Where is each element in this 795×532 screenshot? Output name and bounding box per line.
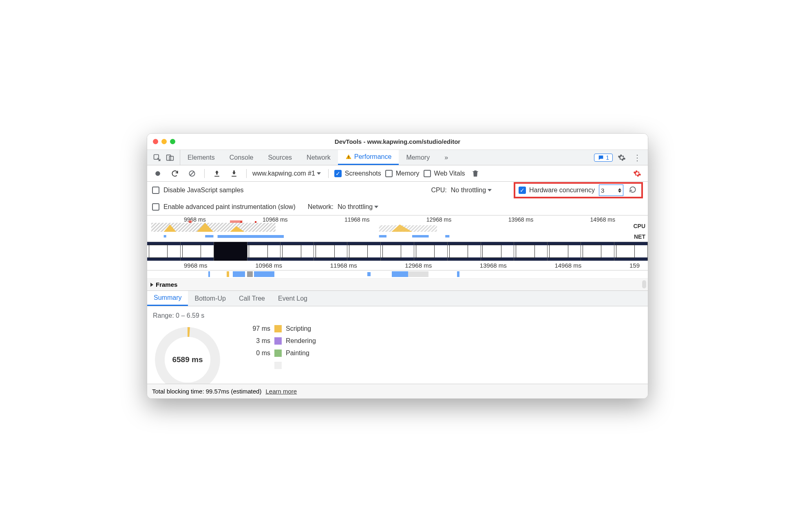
details-tabs: Summary Bottom-Up Call Tree Event Log [147, 291, 648, 306]
btab-event-log[interactable]: Event Log [272, 291, 314, 306]
btab-summary[interactable]: Summary [147, 291, 188, 306]
btab-call-tree[interactable]: Call Tree [232, 291, 272, 306]
load-profile-icon[interactable] [210, 167, 223, 180]
enable-paint-instr-checkbox[interactable]: Enable advanced paint instrumentation (s… [152, 203, 296, 211]
filmstrip[interactable] [147, 242, 648, 261]
tab-overflow[interactable]: » [437, 150, 455, 165]
filmstrip-frame[interactable] [280, 242, 314, 261]
svg-rect-16 [205, 235, 213, 237]
memory-checkbox[interactable]: Memory [385, 170, 420, 177]
divider [246, 169, 247, 178]
page-select-dropdown[interactable]: www.kapwing.com #1 [252, 170, 322, 177]
filmstrip-frame[interactable] [548, 242, 581, 261]
learn-more-link[interactable]: Learn more [265, 388, 297, 395]
hardware-concurrency-input[interactable]: 3 [599, 185, 623, 196]
hardware-concurrency-checkbox[interactable]: ✓ Hardware concurrency [519, 187, 595, 194]
filmstrip-frame[interactable] [247, 242, 281, 261]
maximize-window-button[interactable] [170, 139, 175, 144]
filmstrip-frame[interactable] [214, 242, 247, 261]
tick: 10968 ms [255, 262, 282, 269]
checkbox-icon [385, 170, 393, 177]
filmstrip-frame[interactable] [381, 242, 414, 261]
settings-icon[interactable] [615, 151, 628, 164]
performance-toolbar: www.kapwing.com #1 ✓ Screenshots Memory … [147, 165, 648, 182]
cpu-throttling-value: No throttling [451, 187, 486, 194]
filmstrip-frame[interactable] [181, 242, 214, 261]
settings-row-2: Enable advanced paint instrumentation (s… [147, 199, 648, 215]
tick: 11968 ms [330, 262, 357, 269]
chat-icon [598, 154, 604, 161]
minimize-window-button[interactable] [161, 139, 167, 144]
cpu-throttling-dropdown[interactable]: No throttling [451, 187, 493, 194]
legend-swatch-painting [274, 350, 282, 357]
svg-rect-2 [169, 156, 173, 160]
expand-triangle-icon [150, 283, 153, 287]
record-button-icon[interactable] [151, 167, 164, 180]
save-profile-icon[interactable] [227, 167, 241, 180]
feedback-badge[interactable]: 1 [594, 154, 613, 162]
summary-panel: Range: 0 – 6.59 s 6589 ms 97 ms Scriptin… [147, 306, 648, 384]
filmstrip-frame[interactable] [448, 242, 481, 261]
filmstrip-frame[interactable] [147, 242, 181, 261]
filmstrip-frame[interactable] [347, 242, 381, 261]
tab-console[interactable]: Console [222, 150, 261, 165]
cpu-label: CPU: [431, 187, 447, 194]
legend-swatch-rendering [274, 337, 282, 345]
reset-concurrency-icon[interactable] [627, 184, 638, 197]
legend-time: 97 ms [247, 325, 270, 332]
capture-settings-icon[interactable] [631, 167, 644, 180]
tab-sources[interactable]: Sources [261, 150, 299, 165]
tab-label: Call Tree [239, 295, 265, 302]
svg-rect-15 [164, 235, 166, 237]
tick: 14968 ms [554, 262, 581, 269]
legend-swatch-scripting [274, 325, 282, 332]
timeline-overview[interactable]: 9968 ms 10968 ms 11968 ms 12968 ms 13968… [147, 215, 648, 242]
clear-icon[interactable] [186, 167, 199, 180]
device-toolbar-icon[interactable] [163, 151, 177, 164]
checkbox-icon [152, 203, 159, 211]
filmstrip-frame[interactable] [414, 242, 448, 261]
screenshots-checkbox[interactable]: ✓ Screenshots [334, 170, 381, 177]
overflow-icon: » [444, 154, 448, 161]
svg-rect-11 [190, 221, 191, 223]
inspect-element-icon[interactable] [150, 151, 163, 164]
svg-rect-18 [379, 235, 386, 237]
filmstrip-frame[interactable] [614, 242, 648, 261]
svg-rect-14 [255, 221, 256, 223]
legend-label: Rendering [286, 337, 316, 345]
more-menu-icon[interactable]: ⋮ [631, 151, 644, 164]
frames-section-header[interactable]: Frames [147, 279, 648, 291]
overview-chart [147, 220, 627, 241]
stepper-icon[interactable] [618, 188, 621, 193]
checkbox-label: Screenshots [345, 170, 381, 177]
filmstrip-frame[interactable] [481, 242, 515, 261]
warning-triangle-icon [345, 154, 352, 160]
delete-icon[interactable] [469, 167, 482, 180]
window-title: DevTools - www.kapwing.com/studio/editor [147, 138, 648, 145]
btab-bottom-up[interactable]: Bottom-Up [188, 291, 232, 306]
tab-memory[interactable]: Memory [399, 150, 437, 165]
close-window-button[interactable] [153, 139, 158, 144]
filmstrip-frame[interactable] [581, 242, 614, 261]
filmstrip-frame[interactable] [514, 242, 548, 261]
tab-elements[interactable]: Elements [180, 150, 222, 165]
disable-js-samples-checkbox[interactable]: Disable JavaScript samples [152, 187, 244, 194]
tab-performance[interactable]: Performance [338, 150, 399, 165]
devtools-window: DevTools - www.kapwing.com/studio/editor… [147, 133, 648, 399]
web-vitals-checkbox[interactable]: Web Vitals [424, 170, 465, 177]
panel-tabs: Elements Console Sources Network Perform… [180, 150, 590, 165]
divider [204, 169, 205, 178]
tab-network[interactable]: Network [299, 150, 338, 165]
panel-tabs-row: Elements Console Sources Network Perform… [147, 150, 648, 165]
svg-rect-17 [218, 235, 284, 238]
svg-rect-3 [348, 156, 349, 157]
svg-rect-19 [412, 235, 429, 237]
summary-legend: 97 ms Scripting 3 ms Rendering 0 ms Pain… [247, 325, 316, 369]
reload-record-icon[interactable] [168, 167, 181, 180]
network-throttling-dropdown[interactable]: No throttling [338, 203, 380, 211]
filmstrip-frame[interactable] [314, 242, 347, 261]
scrollbar-thumb[interactable] [642, 280, 646, 288]
tab-label: Sources [268, 154, 292, 161]
network-swimlane[interactable] [147, 270, 648, 279]
page-select-value: www.kapwing.com #1 [252, 170, 315, 177]
